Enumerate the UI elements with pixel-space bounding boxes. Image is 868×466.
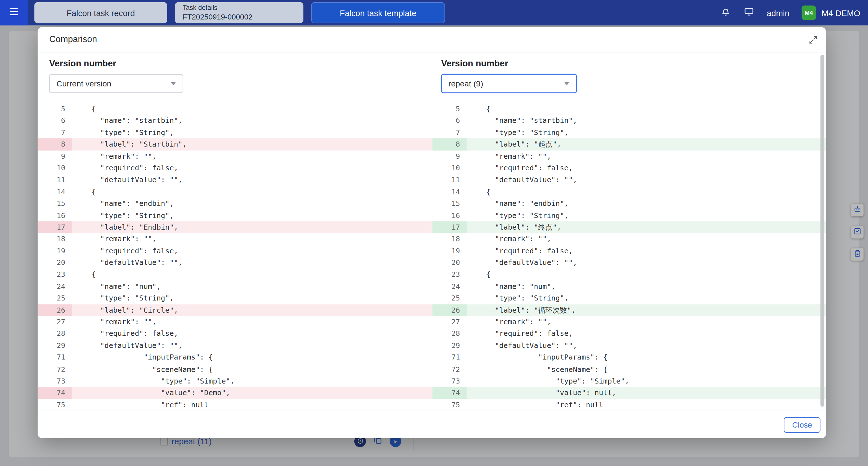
code-line: "defaultValue": "",	[467, 340, 577, 352]
line-number: 73	[432, 375, 466, 387]
code-line: "required": false,	[72, 245, 178, 257]
m4-logo: M4	[802, 6, 816, 20]
line-number: 19	[38, 245, 72, 257]
diff-row: 72 "sceneName": {	[432, 363, 826, 375]
line-number: 29	[38, 340, 72, 352]
diff-row: 14 {	[432, 186, 826, 198]
close-button[interactable]: Close	[784, 417, 820, 433]
expand-icon	[808, 37, 818, 46]
diff-row: 73 "type": "Simple",	[38, 375, 432, 387]
line-number: 11	[432, 174, 466, 186]
diff-row: 16 "type": "String",	[432, 209, 826, 222]
expand-button[interactable]	[808, 35, 818, 45]
chevron-down-icon	[564, 82, 569, 85]
line-number: 26	[38, 304, 72, 316]
comparison-modal: Comparison Version number Current versio…	[38, 27, 826, 438]
code-line: "defaultValue": "",	[72, 174, 183, 186]
diff-row: 19 "required": false,	[432, 245, 826, 257]
code-line: {	[467, 186, 491, 198]
line-number: 24	[38, 280, 72, 292]
left-version-select[interactable]: Current version	[49, 74, 183, 93]
code-line: "required": false,	[467, 245, 573, 257]
code-line: "sceneName": {	[467, 363, 608, 375]
tab-label: Task details	[183, 4, 218, 12]
line-number: 14	[432, 186, 466, 198]
line-number: 9	[432, 150, 466, 162]
diff-row: 15 "name": "endbin",	[432, 198, 826, 209]
tab-falcon-task-template[interactable]: Falcon task template	[311, 2, 445, 23]
code-line: "inputParams": {	[467, 351, 608, 363]
diff-row: 26 "label": "循环次数",	[432, 304, 826, 316]
selected-version: Current version	[57, 79, 111, 88]
code-line: "type": "String",	[467, 209, 569, 222]
diff-row: 25 "type": "String",	[38, 292, 432, 304]
code-line: "value": null,	[467, 387, 616, 399]
diff-row: 71 "inputParams": {	[432, 351, 826, 363]
top-navigation-bar: Falcon task record Task details FT202509…	[0, 0, 868, 25]
line-number: 7	[38, 127, 72, 138]
application-root: repeat (11)	[0, 0, 868, 466]
selected-version: repeat (9)	[448, 79, 483, 88]
code-line: "name": "startbin",	[72, 115, 183, 127]
code-line: "remark": "",	[72, 233, 157, 245]
tab-bar: Falcon task record Task details FT202509…	[34, 2, 445, 23]
diff-row: 26 "label": "Circle",	[38, 304, 432, 316]
code-line: "remark": "",	[467, 316, 551, 328]
diff-row: 75 "ref": null	[38, 399, 432, 411]
diff-row: 17 "label": "Endbin",	[38, 221, 432, 233]
line-number: 75	[432, 399, 466, 411]
diff-row: 14 {	[38, 186, 432, 198]
display-button[interactable]	[743, 6, 754, 20]
line-number: 74	[432, 387, 466, 399]
line-number: 23	[432, 269, 466, 280]
diff-row: 9 "remark": "",	[432, 150, 826, 162]
tab-sublabel: FT20250919-000002	[183, 12, 253, 22]
tab-label: Falcon task template	[340, 8, 416, 17]
tab-task-details[interactable]: Task details FT20250919-000002	[175, 2, 304, 23]
code-line: "name": "endbin",	[72, 198, 174, 209]
code-line: "name": "num",	[72, 280, 161, 292]
code-line: "label": "循环次数",	[467, 304, 576, 316]
code-line: "required": false,	[467, 328, 573, 340]
diff-row: 18 "remark": "",	[432, 233, 826, 245]
line-number: 10	[38, 162, 72, 174]
line-number: 72	[38, 363, 72, 375]
line-number: 19	[432, 245, 466, 257]
code-line: "defaultValue": "",	[72, 340, 183, 352]
right-version-select[interactable]: repeat (9)	[441, 74, 577, 93]
code-line: "label": "Circle",	[72, 304, 178, 316]
code-line: "type": "String",	[72, 209, 174, 222]
menu-button[interactable]	[0, 0, 28, 25]
line-number: 14	[38, 186, 72, 198]
notifications-button[interactable]	[720, 6, 731, 20]
line-number: 26	[432, 304, 466, 316]
line-number: 18	[38, 233, 72, 245]
diff-row: 71 "inputParams": {	[38, 351, 432, 363]
modal-header: Comparison	[38, 27, 826, 53]
diff-row: 11 "defaultValue": "",	[432, 174, 826, 186]
diff-row: 24 "name": "num",	[38, 280, 432, 292]
line-number: 5	[38, 103, 72, 115]
tab-falcon-task-record[interactable]: Falcon task record	[34, 2, 167, 23]
line-number: 15	[38, 198, 72, 209]
diff-row: 7 "type": "String",	[432, 127, 826, 138]
line-number: 5	[432, 103, 466, 115]
line-number: 10	[432, 162, 466, 174]
diff-row: 20 "defaultValue": "",	[432, 257, 826, 269]
code-line: {	[467, 103, 491, 115]
version-number-label: Version number	[49, 59, 116, 69]
line-number: 25	[38, 292, 72, 304]
modal-scrollbar[interactable]	[820, 55, 825, 407]
diff-row: 74 "value": null,	[432, 387, 826, 399]
user-name[interactable]: admin	[767, 8, 789, 17]
code-line: "name": "startbin",	[467, 115, 577, 127]
diff-right: 5 { 6 "name": "startbin", 7 "type": "Str…	[432, 103, 826, 410]
code-line: "type": "Simple",	[467, 375, 629, 387]
line-number: 6	[432, 115, 466, 127]
diff-row: 25 "type": "String",	[432, 292, 826, 304]
diff-row: 28 "required": false,	[38, 328, 432, 340]
code-line: {	[72, 186, 96, 198]
diff-row: 8 "label": "Startbin",	[38, 138, 432, 150]
line-number: 17	[38, 221, 72, 233]
code-line: "type": "String",	[72, 127, 174, 138]
